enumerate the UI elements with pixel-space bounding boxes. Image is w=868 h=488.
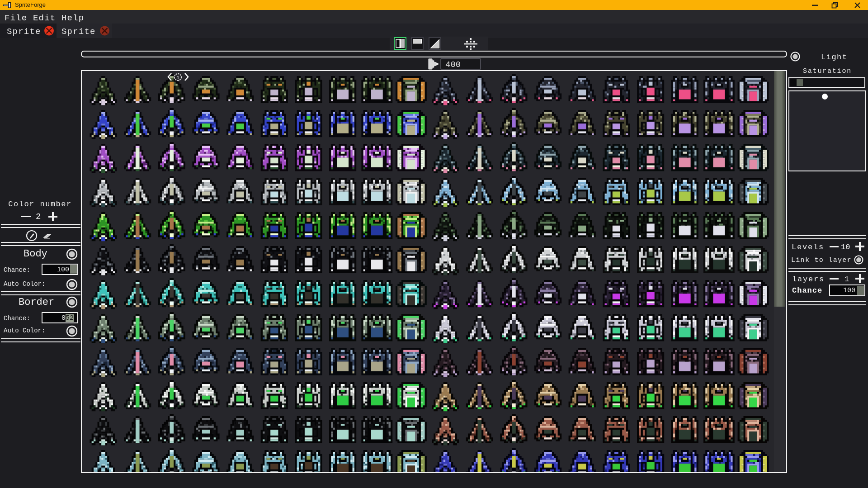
svg-text:1: 1 [176,75,179,81]
